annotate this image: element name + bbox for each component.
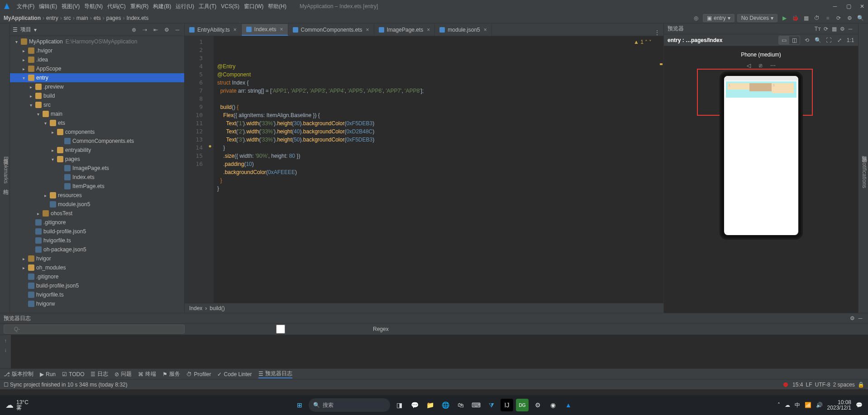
bottom-tool[interactable]: ☰日志: [91, 370, 108, 378]
terminal-icon[interactable]: ⌨: [470, 399, 482, 411]
editor-tab[interactable]: EntryAbility.ts×: [185, 24, 242, 36]
left-tool-strip[interactable]: 项目 Bookmarks 结构: [0, 24, 10, 313]
file-encoding[interactable]: UTF-8: [815, 382, 830, 388]
bottom-tool[interactable]: ⏱Profiler: [186, 371, 211, 377]
project-panel-title[interactable]: 项目: [20, 26, 31, 33]
tree-node[interactable]: build-profile.json5: [10, 227, 184, 236]
tree-node[interactable]: module.json5: [10, 200, 184, 209]
bottom-tool[interactable]: ⊘问题: [114, 370, 132, 378]
stop-button[interactable]: ■: [824, 14, 832, 22]
settings-icon[interactable]: ⚙: [531, 399, 544, 411]
idea-icon[interactable]: IJ: [501, 399, 513, 411]
menu-item[interactable]: 构建(B): [151, 3, 173, 9]
deveco-icon[interactable]: ▲: [562, 399, 575, 411]
run-button[interactable]: ▶: [780, 14, 788, 22]
code-content[interactable]: @Entry@Componentstruct Index { private a…: [214, 36, 663, 303]
ime-indicator[interactable]: 中: [795, 401, 800, 409]
up-icon[interactable]: ↑: [4, 338, 7, 344]
tree-node[interactable]: ▸components: [10, 127, 184, 137]
caret-position[interactable]: 15:4: [792, 382, 803, 388]
menu-item[interactable]: VCS(S): [219, 3, 242, 9]
tree-node[interactable]: build-profile.json5: [10, 281, 184, 290]
coverage-button[interactable]: ▦: [802, 14, 810, 22]
minimize-button[interactable]: ─: [832, 3, 838, 9]
preview-settings-icon[interactable]: ⚙: [838, 25, 846, 33]
bottom-tool[interactable]: ⌘终端: [138, 370, 156, 378]
store-icon[interactable]: 🛍: [454, 399, 467, 411]
breadcrumb-item[interactable]: entry: [46, 15, 58, 21]
tree-node[interactable]: ▸.preview: [10, 82, 184, 91]
tree-node[interactable]: ▾pages: [10, 155, 184, 164]
tree-node[interactable]: ▸build: [10, 91, 184, 100]
settings-icon[interactable]: ⚙: [845, 14, 854, 22]
tree-node[interactable]: .gitignore: [10, 272, 184, 281]
breadcrumb-item[interactable]: main: [76, 15, 88, 21]
wifi-icon[interactable]: 📶: [805, 402, 811, 408]
menu-item[interactable]: 编辑(E): [37, 3, 59, 9]
regex-checkbox[interactable]: Regex: [190, 325, 389, 334]
tree-node[interactable]: ▸AppScope: [10, 64, 184, 73]
tray-expand-icon[interactable]: ˄: [777, 402, 780, 408]
bottom-tool[interactable]: ⎇版本控制: [4, 370, 33, 378]
tree-node[interactable]: hvigorfile.ts: [10, 290, 184, 299]
editor-tab[interactable]: ImagePage.ets×: [374, 24, 435, 36]
tree-node[interactable]: ItemPage.ets: [10, 182, 184, 191]
seg-split[interactable]: ◫: [789, 36, 800, 44]
seg-design[interactable]: ▭: [779, 36, 789, 44]
panel-settings-icon[interactable]: ⚙: [162, 26, 171, 34]
phone-screen[interactable]: 1 2 3: [724, 76, 798, 235]
weather-widget[interactable]: ☁ 13°C 雾: [5, 400, 29, 410]
tree-node[interactable]: ▸ohosTest: [10, 209, 184, 218]
tree-node[interactable]: ▾entry: [10, 73, 184, 82]
menu-item[interactable]: 重构(R): [128, 3, 151, 9]
expand-icon[interactable]: ⛶: [825, 36, 833, 44]
run-config-selector[interactable]: ▣ entry ▾: [703, 14, 734, 22]
error-indicator-icon[interactable]: [783, 382, 788, 387]
bulb-icon[interactable]: ●: [206, 143, 214, 149]
device-selector[interactable]: No Devices ▾: [737, 14, 777, 22]
tree-node[interactable]: ▾src: [10, 100, 184, 109]
menu-item[interactable]: 代码(C): [105, 3, 128, 9]
search-icon[interactable]: 🔍: [856, 14, 864, 22]
indent-setting[interactable]: 2 spaces: [833, 382, 855, 388]
ratio-icon[interactable]: 1:1: [846, 36, 854, 44]
close-tab-icon[interactable]: ×: [484, 27, 487, 33]
crumb-struct[interactable]: Index: [189, 305, 202, 311]
close-tab-icon[interactable]: ×: [234, 27, 237, 33]
debug-button[interactable]: 🐞: [791, 14, 799, 22]
editor-tab[interactable]: Index.ets×: [242, 24, 288, 36]
taskbar-clock[interactable]: 10:08 2023/12/1: [827, 400, 851, 410]
menu-item[interactable]: 窗口(W): [242, 3, 266, 9]
profile-button[interactable]: ⏱: [813, 14, 821, 22]
tree-node[interactable]: ▾MyApplicationE:\HarmonyOS\MyApplication: [10, 37, 184, 46]
tree-node[interactable]: ▸hvigor: [10, 254, 184, 263]
edge-icon[interactable]: 🌐: [439, 399, 452, 411]
tree-node[interactable]: hvigorfile.ts: [10, 236, 184, 245]
sync-button[interactable]: ⟳: [835, 14, 843, 22]
tree-node[interactable]: ImagePage.ets: [10, 164, 184, 173]
breadcrumb-item[interactable]: Index.ets: [126, 15, 148, 21]
code-editor[interactable]: 12345678910111213141516 ● @Entry@Compone…: [185, 36, 663, 303]
bottom-tool[interactable]: ⚑服务: [162, 370, 180, 378]
collapse-all-icon[interactable]: ⇤: [152, 26, 160, 34]
editor-tab[interactable]: CommonComponents.ets×: [288, 24, 374, 36]
explorer-icon[interactable]: 📁: [424, 399, 436, 411]
notification-icon[interactable]: 💬: [856, 402, 863, 408]
tree-node[interactable]: ▸.hvigor: [10, 46, 184, 55]
tree-node[interactable]: hvigorw: [10, 299, 184, 308]
chrome-icon[interactable]: ◉: [547, 399, 559, 411]
inspection-badge[interactable]: ▲ 1 ˄ ˅: [634, 39, 652, 45]
bottom-tool[interactable]: ☰预览器日志: [258, 370, 292, 378]
split-icon[interactable]: ⎚: [759, 62, 762, 69]
tree-node[interactable]: ▸.idea: [10, 55, 184, 64]
expand-all-icon[interactable]: ⇢: [141, 26, 149, 34]
prev-icon[interactable]: ◁: [747, 62, 751, 69]
log-settings-icon[interactable]: ⚙: [848, 314, 856, 322]
tree-node[interactable]: CommonComponents.ets: [10, 137, 184, 146]
tree-node[interactable]: .gitignore: [10, 218, 184, 227]
text-icon[interactable]: Tᴛ: [814, 25, 822, 33]
menu-item[interactable]: 视图(V): [59, 3, 82, 9]
down-icon[interactable]: ↓: [4, 347, 7, 353]
vscode-icon[interactable]: ⧩: [485, 399, 498, 411]
editor-tab[interactable]: module.json5×: [435, 24, 491, 36]
